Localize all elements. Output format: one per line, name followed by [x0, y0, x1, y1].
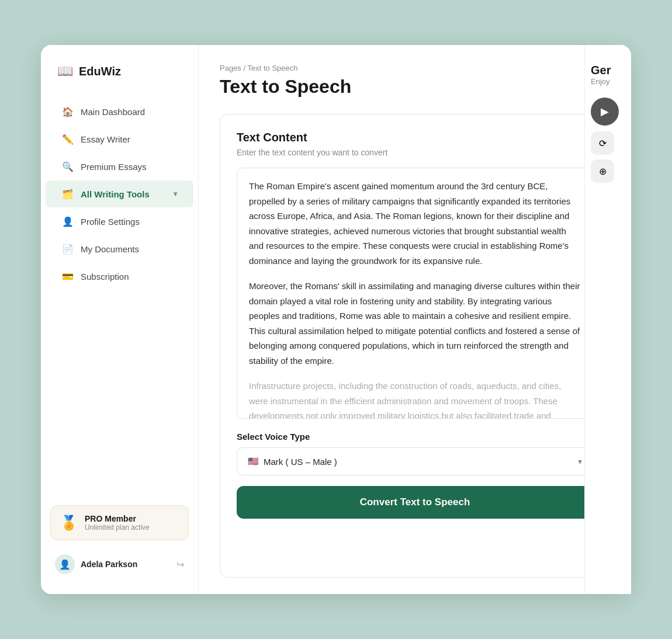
- refresh-icon: ⟳: [599, 138, 607, 149]
- flag-icon: 🇺🇸: [248, 456, 259, 467]
- section-title: Text Content: [237, 131, 593, 144]
- pro-badge-icon: 🏅: [60, 515, 78, 531]
- right-panel-title: Ger: [591, 64, 625, 77]
- voice-select-dropdown[interactable]: 🇺🇸 Mark ( US – Male ) ▾: [237, 447, 593, 475]
- text-paragraph-2: Moreover, the Romans' skill in assimilat…: [249, 279, 581, 368]
- content-card: Text Content Enter the text content you …: [220, 114, 610, 578]
- voice-select-value: 🇺🇸 Mark ( US – Male ): [248, 456, 337, 467]
- pro-subtitle: Unlimited plan active: [85, 523, 150, 532]
- pro-badge: 🏅 PRO Member Unlimited plan active: [50, 505, 189, 540]
- sidebar-item-essay-writer[interactable]: ✏️ Essay Writer: [46, 126, 193, 152]
- logo-text: EduWiz: [79, 65, 121, 78]
- right-panel-button-3[interactable]: ⊕: [591, 159, 614, 183]
- main-content: Pages / Text to Speech Text to Speech Te…: [199, 45, 631, 594]
- right-panel-subtitle: Enjoy: [591, 77, 625, 86]
- right-panel: Ger Enjoy ▶ ⟳ ⊕: [584, 45, 631, 594]
- sidebar: 📖 EduWiz 🏠 Main Dashboard ✏️ Essay Write…: [41, 45, 199, 594]
- sidebar-item-subscription[interactable]: 💳 Subscription: [46, 263, 193, 290]
- profile-icon: 👤: [62, 216, 74, 227]
- sidebar-item-my-documents[interactable]: 📄 My Documents: [46, 235, 193, 262]
- logo-area: 📖 EduWiz: [41, 64, 198, 98]
- chevron-down-icon: ▾: [174, 190, 177, 198]
- home-icon: 🏠: [62, 106, 74, 117]
- breadcrumb: Pages / Text to Speech: [220, 64, 610, 72]
- sidebar-item-label: Subscription: [81, 272, 129, 282]
- avatar: 👤: [55, 554, 75, 574]
- play-icon: ▶: [601, 105, 609, 118]
- text-input-area[interactable]: The Roman Empire's ascent gained momentu…: [237, 168, 593, 419]
- pro-badge-text: PRO Member Unlimited plan active: [85, 514, 150, 532]
- sidebar-item-label: My Documents: [81, 244, 139, 254]
- text-paragraph-1: The Roman Empire's ascent gained momentu…: [249, 179, 581, 268]
- logout-icon[interactable]: ↪: [176, 559, 184, 570]
- text-paragraph-3: Infrastructure projects, including the c…: [249, 378, 581, 419]
- sidebar-item-all-writing-tools[interactable]: 🗂️ All Writing Tools ▾: [46, 180, 193, 207]
- pro-title: PRO Member: [85, 514, 150, 523]
- card-icon: 💳: [62, 270, 74, 282]
- edit-icon: ✏️: [62, 133, 74, 145]
- sidebar-item-profile-settings[interactable]: 👤 Profile Settings: [46, 208, 193, 235]
- logo-icon: 📖: [57, 64, 73, 79]
- search-icon: 🔍: [62, 161, 74, 172]
- breadcrumb-current: Text to Speech: [248, 64, 298, 72]
- sidebar-item-label: Main Dashboard: [81, 107, 145, 117]
- sidebar-bottom: 🏅 PRO Member Unlimited plan active 👤 Ade…: [41, 505, 198, 580]
- breadcrumb-separator: /: [244, 64, 248, 72]
- copy-icon: ⊕: [599, 166, 607, 177]
- avatar-icon: 👤: [59, 559, 71, 570]
- page-title: Text to Speech: [220, 76, 610, 98]
- document-icon: 📄: [62, 243, 74, 255]
- sidebar-item-main-dashboard[interactable]: 🏠 Main Dashboard: [46, 98, 193, 125]
- section-subtitle: Enter the text content you want to conve…: [237, 148, 593, 157]
- sidebar-item-label: Essay Writer: [81, 134, 130, 144]
- sidebar-item-label: All Writing Tools: [81, 189, 150, 199]
- right-panel-button-2[interactable]: ⟳: [591, 131, 614, 155]
- sidebar-item-premium-essays[interactable]: 🔍 Premium Essays: [46, 153, 193, 180]
- nav-list: 🏠 Main Dashboard ✏️ Essay Writer 🔍 Premi…: [41, 98, 198, 505]
- right-panel-button-1[interactable]: ▶: [591, 98, 619, 126]
- voice-name: Mark ( US – Male ): [264, 457, 337, 467]
- sidebar-item-label: Premium Essays: [81, 162, 147, 172]
- user-row: 👤 Adela Parkson ↪: [50, 548, 189, 580]
- breadcrumb-parent: Pages: [220, 64, 241, 72]
- tools-icon: 🗂️: [62, 188, 74, 200]
- voice-chevron-icon: ▾: [578, 457, 582, 466]
- convert-text-to-speech-button[interactable]: Convert Text to Speech: [237, 486, 593, 519]
- voice-type-label: Select Voice Type: [237, 432, 593, 442]
- sidebar-item-label: Profile Settings: [81, 217, 140, 227]
- user-name: Adela Parkson: [81, 560, 171, 569]
